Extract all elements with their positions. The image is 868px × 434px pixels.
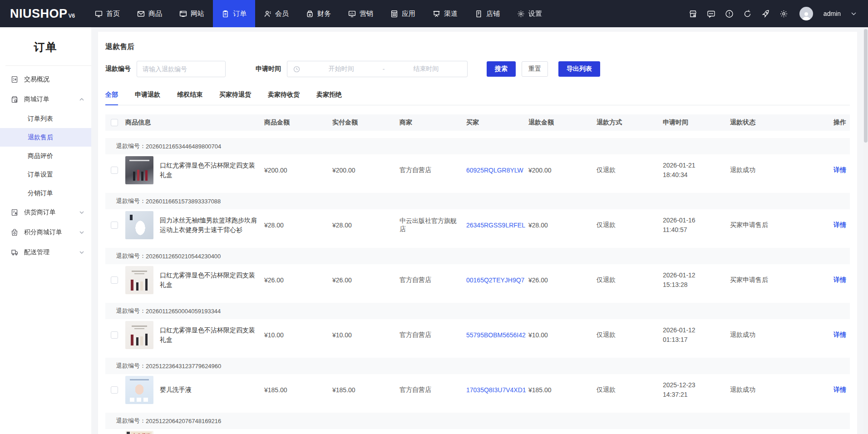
buyer-link[interactable]: 26345RGSS9LRFEL — [466, 222, 528, 229]
end-time-placeholder[interactable]: 结束时间 — [385, 65, 467, 73]
sidebar-item-label: 交易概况 — [24, 75, 49, 84]
product-name[interactable]: 口红尤雾弹显色不沾杯限定四支装礼盒 — [160, 326, 259, 344]
storefront-icon[interactable] — [689, 10, 697, 18]
username[interactable]: admin — [824, 10, 841, 17]
refund-no-value: 20260116651573893337088 — [146, 198, 221, 205]
nav-shop[interactable]: 店铺 — [466, 0, 508, 27]
member-icon — [264, 10, 271, 18]
select-all-checkbox[interactable] — [111, 119, 118, 126]
refund-type: 仅退款 — [597, 276, 663, 284]
nav-settings[interactable]: 设置 — [508, 0, 551, 27]
sidebar-item-trade-overview[interactable]: 交易概况 — [0, 69, 91, 89]
brand-version: V6 — [69, 13, 75, 19]
tab-seller-rejected[interactable]: 卖家拒绝 — [316, 91, 342, 105]
tab-buyer-to-return[interactable]: 买家待退货 — [219, 91, 251, 105]
filter-bar: 退款编号 申请时间 开始时间 - 结束时间 搜索 重置 导出列表 — [105, 61, 850, 77]
tab-all[interactable]: 全部 — [105, 91, 118, 105]
product-image[interactable]: 办公标签机 — [125, 431, 153, 434]
row-checkbox[interactable] — [111, 331, 118, 339]
refund-no-prefix: 退款编号： — [116, 362, 146, 370]
nav-website[interactable]: 网站 — [171, 0, 213, 27]
detail-link[interactable]: 详情 — [825, 331, 850, 339]
product-image[interactable] — [125, 321, 153, 349]
nav-order[interactable]: 订单 — [213, 0, 255, 27]
chevron-down-icon[interactable] — [851, 12, 856, 15]
product-image[interactable] — [125, 376, 153, 404]
row-checkbox[interactable] — [111, 276, 118, 284]
home-icon — [95, 10, 103, 18]
col-goods-amount: 商品金额 — [264, 118, 332, 127]
sidebar-subitem-refund-aftersale[interactable]: 退款售后 — [0, 128, 91, 147]
chevron-up-icon — [79, 98, 84, 101]
table-header: 商品信息 商品金额 实付金额 商家 买家 退款金额 退款方式 申请时间 退款状态… — [105, 114, 850, 131]
refresh-icon[interactable] — [743, 10, 752, 18]
product-image[interactable] — [125, 211, 153, 239]
start-time-placeholder[interactable]: 开始时间 — [300, 65, 383, 73]
sidebar-item-supplier-order[interactable]: 供货商订单 — [0, 202, 91, 222]
table-row: 婴儿洗手液 ¥185.00 ¥185.00 官方自营店 17035Q8I3U7V… — [105, 374, 850, 405]
refund-status: 退款成功 — [730, 166, 825, 174]
product-name[interactable]: 婴儿洗手液 — [160, 385, 259, 394]
product-name[interactable]: 回力冰丝无袖t恤男款篮球跑步坎肩运动上衣健身男士速干背心衫 — [160, 216, 259, 234]
detail-link[interactable]: 详情 — [825, 221, 850, 229]
tab-apply-refund[interactable]: 申请退款 — [135, 91, 160, 105]
nav-member[interactable]: 会员 — [255, 0, 297, 27]
sidebar-subitem-goods-review[interactable]: 商品评价 — [0, 147, 91, 165]
buyer-link[interactable]: 60925RQLGR8YLW — [466, 167, 528, 174]
table-row: 办公标签机 硕大LP6045C热转印标签打印机 — [105, 429, 850, 434]
detail-link[interactable]: 详情 — [825, 386, 850, 394]
sidebar-subitem-order-list[interactable]: 订单列表 — [0, 109, 91, 128]
info-icon[interactable] — [725, 10, 734, 18]
goods-amount: ¥26.00 — [264, 276, 332, 284]
apply-clock: 18:40:34 — [663, 171, 688, 178]
export-button[interactable]: 导出列表 — [558, 61, 600, 77]
nav-finance[interactable]: 财务 — [297, 0, 340, 27]
nav-marketing[interactable]: 营销 — [340, 0, 382, 27]
refund-amount: ¥28.00 — [528, 222, 597, 229]
sidebar-subitem-distribution-order[interactable]: 分销订单 — [0, 184, 91, 202]
date-range-picker[interactable]: 开始时间 - 结束时间 — [287, 61, 468, 77]
trade-overview-icon — [11, 76, 18, 83]
buyer-link[interactable]: 00165Q2TEYJH9Q7 — [466, 276, 528, 284]
refund-type: 仅退款 — [597, 331, 663, 339]
divider — [5, 65, 91, 66]
row-checkbox[interactable] — [111, 167, 118, 174]
user-avatar[interactable] — [799, 7, 813, 20]
reset-button[interactable]: 重置 — [522, 61, 548, 77]
refund-type: 仅退款 — [597, 166, 663, 174]
vertical-scrollbar[interactable] — [863, 27, 868, 434]
refund-no-bar: 退款编号： 20260112650210544230400 — [105, 248, 850, 264]
nav-goods[interactable]: 商品 — [128, 0, 171, 27]
rocket-icon[interactable] — [761, 10, 770, 18]
detail-link[interactable]: 详情 — [825, 276, 850, 284]
sidebar-item-label: 供货商订单 — [24, 208, 56, 217]
message-icon[interactable] — [707, 10, 715, 18]
nav-apps[interactable]: 应用 — [382, 0, 424, 27]
sidebar-item-mall-order[interactable]: 商城订单 — [0, 89, 91, 109]
scrollbar-thumb[interactable] — [864, 29, 868, 143]
product-image[interactable] — [125, 266, 153, 294]
nav-home[interactable]: 首页 — [86, 0, 128, 27]
sidebar-item-points-mall-order[interactable]: 积分商城订单 — [0, 222, 91, 242]
nav-channel[interactable]: 渠道 — [424, 0, 466, 27]
product-name[interactable]: 口红尤雾弹显色不沾杯限定四支装礼盒 — [160, 271, 259, 289]
apply-clock: 01:13:17 — [663, 336, 688, 343]
gear-icon[interactable] — [779, 10, 788, 18]
tab-seller-to-receive[interactable]: 卖家待收货 — [268, 91, 300, 105]
sidebar-item-delivery-management[interactable]: 配送管理 — [0, 242, 91, 262]
goods-amount: ¥185.00 — [264, 386, 332, 394]
product-name[interactable]: 口红尤雾弹显色不沾杯限定四支装礼盒 — [160, 161, 259, 179]
apply-time: 2026-01-2118:40:34 — [663, 161, 730, 180]
detail-link[interactable]: 详情 — [825, 166, 850, 174]
search-button[interactable]: 搜索 — [487, 61, 516, 77]
sidebar-subitem-order-settings[interactable]: 订单设置 — [0, 165, 91, 184]
row-checkbox[interactable] — [111, 222, 118, 229]
chevron-down-icon — [79, 211, 84, 214]
refund-no-input[interactable] — [137, 61, 226, 77]
sidebar-subitem-label: 分销订单 — [28, 189, 53, 197]
row-checkbox[interactable] — [111, 386, 118, 394]
buyer-link[interactable]: 17035Q8I3U7V4XD1 — [466, 386, 528, 394]
product-image[interactable] — [125, 156, 153, 184]
tab-rights-ended[interactable]: 维权结束 — [177, 91, 202, 105]
buyer-link[interactable]: 55795BOBM5656I42 — [466, 331, 528, 339]
